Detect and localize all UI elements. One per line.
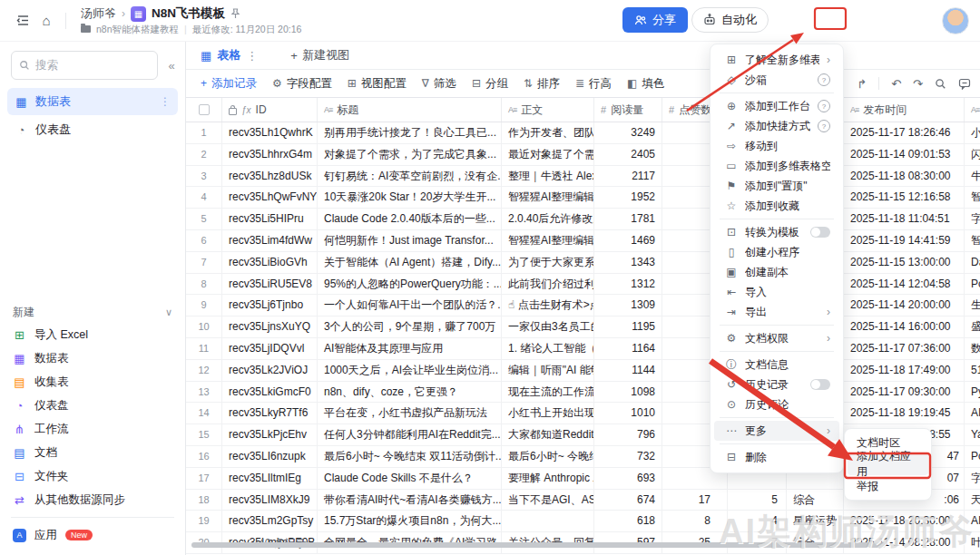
cell-next[interactable]: 盛 (965, 316, 980, 337)
menu-item-创建副本[interactable]: ▣创建副本 (714, 262, 839, 282)
cell-body[interactable]: 当下不是AGI、ASI，只... (502, 490, 594, 511)
cell-next[interactable]: Ya (965, 424, 980, 445)
cell-title[interactable]: 钉钉易统：AI变革空前剧烈，没有企... (318, 166, 502, 187)
cell-next[interactable]: 生 (965, 295, 980, 316)
toolbar-填色[interactable]: ◧填色 (627, 76, 664, 92)
row-number[interactable]: 19 (186, 511, 222, 531)
cell-date[interactable]: 2025-11-18 17:49:00 (844, 360, 965, 381)
sidebar-item-仪表盘[interactable]: ◔仪表盘 (7, 116, 178, 143)
menu-item-添加快捷方式到[interactable]: ↗添加快捷方式到? (714, 116, 839, 136)
cell-date[interactable]: 2025-11-18 20:30:00 (844, 511, 965, 531)
menu-item-导出[interactable]: ⇥导出› (714, 302, 839, 322)
cell-next[interactable]: 牛 (965, 166, 980, 187)
cell-date[interactable]: 2025-11-18 08:30:00 (844, 166, 965, 187)
row-number[interactable]: 6 (186, 230, 222, 251)
cell-body[interactable]: 小红书上开始出现一批... (502, 403, 594, 424)
create-item-数据表[interactable]: ▦数据表 (0, 346, 185, 370)
cell-next[interactable]: 小 (965, 122, 980, 143)
cell-views[interactable]: 1309 (594, 295, 662, 316)
row-number[interactable]: 16 (186, 446, 222, 467)
menu-item-添加到工作台[interactable]: ⊕添加到工作台? (714, 96, 839, 116)
cell-title[interactable]: 别再用手统计接龙了！良心工具已... (318, 122, 502, 143)
create-item-从其他数据源同步[interactable]: ⇄从其他数据源同步 (0, 488, 185, 511)
cell-id[interactable]: recv35Lm2GpTsy (222, 511, 318, 531)
column-header-标题[interactable]: A≡标题 (318, 98, 502, 122)
cell-body[interactable]: 最近对象提了个需求，... (502, 144, 594, 165)
cell-next[interactable]: 数 (965, 338, 980, 359)
search-records-icon[interactable] (935, 78, 946, 90)
cell-body[interactable]: 智猩猩AI整理编辑：没... (502, 230, 594, 251)
cell-title[interactable]: AI智能体及其原理与应用 (318, 338, 502, 359)
menu-item-添加到"置顶"[interactable]: ⚑添加到"置顶" (714, 176, 839, 196)
toolbar-行高[interactable]: ≣行高 (575, 76, 612, 92)
cell-id[interactable]: recv35LIltmIEg (222, 468, 318, 489)
cell-date[interactable]: 2025-11-17 18:26:46 (844, 122, 965, 143)
column-header-发布时间[interactable]: A≡发布时间 (844, 98, 965, 122)
home-icon[interactable]: ⌂ (34, 9, 58, 33)
cell-views[interactable]: 1781 (594, 209, 662, 229)
row-number[interactable]: 9 (186, 295, 222, 316)
cell-date[interactable]: 2025-11-14 20:00:00 (844, 295, 965, 316)
menu-item-移动到[interactable]: ⇨移动到 (714, 136, 839, 156)
cell-views[interactable]: 1144 (594, 360, 662, 381)
cell-likes[interactable]: 8 (662, 511, 728, 531)
cell-views[interactable]: 3249 (594, 122, 662, 143)
cell-date[interactable]: 2025-11-15 12:16:58 (844, 187, 965, 208)
create-section-header[interactable]: 新建 ∨ (13, 303, 172, 321)
cell-next[interactable]: AI (965, 511, 980, 531)
breadcrumb-folder[interactable]: n8n智能体搭建教程 (96, 24, 179, 35)
cell-body[interactable] (502, 511, 594, 531)
cell-date[interactable]: 2025-11-18 19:19:45 (844, 403, 965, 424)
row-number[interactable]: 14 (186, 403, 222, 424)
row-number[interactable]: 5 (186, 209, 222, 229)
cell-body[interactable]: 编辑｜听雨"AI 能够取代... (502, 360, 594, 381)
cell-title[interactable]: 1000天之后，AI会让毕业生岗位消... (318, 360, 502, 381)
cell-likes[interactable]: 17 (662, 490, 728, 511)
menu-item-创建小程序[interactable]: ▯创建小程序 (714, 242, 839, 262)
row-number[interactable]: 8 (186, 274, 222, 295)
cell-body[interactable]: ☝ 点击生财有术>点击... (502, 295, 594, 316)
cell-id[interactable]: recv35LiBioGVh (222, 252, 318, 273)
menu-item-历史评论[interactable]: ⊙历史评论 (714, 394, 839, 414)
cell-body[interactable]: 1. 绪论人工智能（AI）... (502, 338, 594, 359)
cell-body[interactable]: 大家都知道Reddit的评... (502, 424, 594, 445)
new-view-button[interactable]: + 新建视图 (290, 47, 349, 63)
create-item-仪表盘[interactable]: ◔仪表盘 (0, 394, 185, 417)
cell-body[interactable]: 要理解 Anthropic 发布... (502, 468, 594, 489)
cell-date[interactable]: 2025-11-15 13:00:00 (844, 252, 965, 273)
cell-views[interactable]: 693 (594, 468, 662, 489)
cell-views[interactable]: 796 (594, 424, 662, 445)
cell-views[interactable]: 1010 (594, 403, 662, 424)
row-number[interactable]: 11 (186, 338, 222, 359)
cell-next[interactable]: 智 (965, 187, 980, 208)
cell-title[interactable]: Claude Code 2.0.40版本后的一些... (318, 209, 502, 229)
toolbar-分组[interactable]: ⊟分组 (472, 76, 508, 92)
cell-body[interactable]: 现在主流的工作流工具... (502, 382, 594, 403)
cell-body[interactable]: 整理｜牛透社 Alex编辑... (502, 166, 594, 187)
menu-item-文档信息[interactable]: ⓘ文档信息 (714, 355, 839, 375)
create-item-收集表[interactable]: ▤收集表 (0, 370, 185, 394)
sidebar-toggle-icon[interactable] (11, 9, 34, 33)
menu-item-添加到多维表格空间[interactable]: ▭添加到多维表格空间 (714, 156, 839, 176)
menu-item-更多[interactable]: ⋯更多› (714, 421, 839, 441)
cell-title[interactable]: Claude Code Skills 不是什么？ (318, 468, 502, 489)
cell-title[interactable]: 带你看清AI时代~看清AI各类赚钱方... (318, 490, 502, 511)
cell-id[interactable]: recv35LjIDQVvl (222, 338, 318, 359)
menu-item-删除[interactable]: ⊟删除 (714, 447, 839, 467)
row-number[interactable]: 4 (186, 187, 222, 208)
tab-more-icon[interactable]: ⋮ (246, 49, 258, 63)
row-number[interactable]: 13 (186, 382, 222, 403)
cell-views[interactable]: 732 (594, 446, 662, 467)
search-input[interactable]: 搜索 (11, 51, 158, 80)
create-item-工作流[interactable]: ⋔工作流 (0, 417, 185, 441)
cell-next[interactable]: Po (965, 274, 980, 295)
create-item-文件夹[interactable]: ⊟文件夹 (0, 464, 185, 488)
cell-next[interactable]: 51 (965, 360, 980, 381)
cell-next[interactable]: Da (965, 252, 980, 273)
column-header-8[interactable]: A≡ (965, 98, 980, 122)
automation-button[interactable]: 自动化 (691, 7, 769, 33)
cell-next[interactable]: Py (965, 382, 980, 403)
share-button[interactable]: 分享 (622, 7, 688, 33)
cell-title[interactable]: 对象提了个需求，为了完成它具象... (318, 144, 502, 165)
row-number[interactable]: 7 (186, 252, 222, 273)
